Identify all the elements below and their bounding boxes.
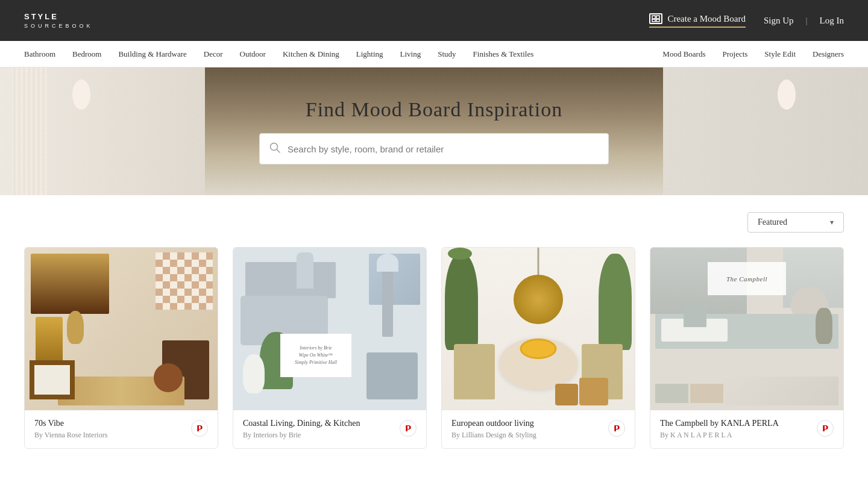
nav-left: Bathroom Bedroom Building & Hardware Dec…: [24, 49, 533, 59]
card-author-1: By Vienna Rose Interiors: [34, 431, 107, 440]
pendant-cord: [538, 248, 539, 278]
swatch-1: [655, 384, 688, 403]
nav-item-bedroom[interactable]: Bedroom: [72, 49, 101, 59]
mood-board-card-2[interactable]: Interiors by Brie Wipe On White™ Simply …: [233, 247, 427, 449]
mood-board-card-1[interactable]: 70s Vibe By Vienna Rose Interiors 𝗣: [24, 247, 218, 449]
nav-item-building-hardware[interactable]: Building & Hardware: [118, 49, 186, 59]
nav-item-projects[interactable]: Projects: [722, 49, 747, 59]
header: STYLE SOURCEBOOK Create a Mood Board Sig…: [0, 0, 868, 41]
hero-content: Find Mood Board Inspiration: [0, 67, 868, 195]
card-text-2: Coastal Living, Dining, & Kitchen By Int…: [243, 419, 360, 440]
sign-up-link[interactable]: Sign Up: [764, 16, 794, 26]
logo[interactable]: STYLE SOURCEBOOK: [24, 11, 93, 30]
card-info-4: The Campbell by KANLA PERLA By K A N L A…: [650, 410, 843, 448]
card-image-3: [442, 248, 635, 410]
search-input[interactable]: [288, 144, 599, 154]
svg-rect-2: [652, 19, 655, 22]
chevron-down-icon: ▾: [830, 218, 834, 227]
basket: [579, 378, 608, 405]
card-author-4: By K A N L A P E R L A: [660, 431, 779, 440]
text-overlay-4: The Campbell: [708, 262, 786, 295]
vase-element-2: [243, 354, 265, 393]
svg-rect-0: [652, 16, 655, 19]
mood-board-icon: [649, 13, 662, 24]
mood-board-grid: 70s Vibe By Vienna Rose Interiors 𝗣: [0, 237, 868, 473]
create-mood-board-link[interactable]: Create a Mood Board: [649, 13, 746, 28]
card-info-2: Coastal Living, Dining, & Kitchen By Int…: [233, 410, 426, 448]
card-title-4: The Campbell by KANLA PERLA: [660, 419, 779, 428]
nav-item-lighting[interactable]: Lighting: [356, 49, 383, 59]
nav-item-living[interactable]: Living: [400, 49, 421, 59]
plant-right: [599, 254, 632, 350]
fruit-bowl: [522, 340, 555, 357]
featured-select[interactable]: Featured ▾: [747, 212, 844, 233]
stone-tile: [725, 377, 838, 405]
stool-element: [154, 363, 183, 392]
faucet-element: [297, 252, 313, 289]
pinterest-button-2[interactable]: 𝗣: [400, 420, 417, 437]
logo-line2: SOURCEBOOK: [24, 22, 93, 30]
svg-rect-3: [656, 19, 659, 22]
chair-left: [454, 344, 495, 399]
counter-element: [245, 262, 336, 298]
header-divider: |: [806, 16, 808, 26]
svg-line-5: [277, 150, 280, 153]
text-overlay-campbell: The Campbell: [726, 275, 767, 283]
nav-item-style-edit[interactable]: Style Edit: [764, 49, 796, 59]
card-title-3: European outdoor living: [451, 419, 536, 428]
collage-2: Interiors by Brie Wipe On White™ Simply …: [233, 248, 426, 410]
card-text-1: 70s Vibe By Vienna Rose Interiors: [34, 419, 107, 440]
lamp-shade-element: [377, 254, 398, 272]
nav-item-kitchen-dining[interactable]: Kitchen & Dining: [283, 49, 339, 59]
card-info-3: European outdoor living By Lillians Desi…: [442, 410, 635, 448]
nav-item-designers[interactable]: Designers: [813, 49, 844, 59]
nav-item-study[interactable]: Study: [438, 49, 456, 59]
pinterest-button-3[interactable]: 𝗣: [608, 420, 625, 437]
card-image-1: [25, 248, 218, 410]
logo-line1: STYLE: [24, 11, 93, 22]
filter-bar: Featured ▾: [0, 195, 868, 237]
hero-section: Find Mood Board Inspiration: [0, 67, 868, 195]
collage-3: [442, 248, 635, 410]
nav-item-decor[interactable]: Decor: [204, 49, 223, 59]
vase-4: [816, 308, 832, 344]
featured-label: Featured: [758, 217, 787, 227]
mood-board-card-3[interactable]: European outdoor living By Lillians Desi…: [441, 247, 635, 449]
nav-item-bathroom[interactable]: Bathroom: [24, 49, 55, 59]
search-bar[interactable]: [259, 133, 609, 164]
pinterest-button-1[interactable]: 𝗣: [191, 420, 208, 437]
card-author-2: By Interiors by Brie: [243, 431, 360, 440]
main-nav: Bathroom Bedroom Building & Hardware Dec…: [0, 41, 868, 67]
nav-item-mood-boards[interactable]: Mood Boards: [662, 49, 705, 59]
card-title-1: 70s Vibe: [34, 419, 107, 428]
text-card-overlay: Interiors by Brie Wipe On White™ Simply …: [280, 334, 351, 377]
header-right: Create a Mood Board Sign Up | Log In: [649, 13, 844, 28]
pinterest-button-4[interactable]: 𝗣: [817, 420, 834, 437]
text-overlay-line2: Wipe On White™: [299, 352, 333, 359]
pendant-lamp: [514, 275, 563, 324]
frame-element: [30, 360, 75, 399]
collage-4: The Campbell: [650, 248, 843, 410]
collage-1: [25, 248, 218, 410]
faucet-4: [684, 303, 706, 327]
card-author-3: By Lillians Design & Styling: [451, 431, 536, 440]
search-icon: [269, 142, 280, 155]
card-title-2: Coastal Living, Dining, & Kitchen: [243, 419, 360, 428]
card-info-1: 70s Vibe By Vienna Rose Interiors 𝗣: [25, 410, 218, 448]
log-in-link[interactable]: Log In: [820, 16, 844, 26]
card-text-3: European outdoor living By Lillians Desi…: [451, 419, 536, 440]
header-links: Sign Up | Log In: [764, 16, 844, 26]
bed-element: [31, 254, 109, 314]
chair-element-2: [366, 352, 418, 399]
card-image-4: The Campbell: [650, 248, 843, 410]
plant-top-left: [448, 248, 472, 260]
tile-element: [156, 252, 213, 310]
swatch-2: [690, 384, 723, 403]
vase-element: [67, 311, 84, 344]
svg-point-4: [271, 143, 278, 151]
nav-item-outdoor[interactable]: Outdoor: [240, 49, 266, 59]
mood-board-card-4[interactable]: The Campbell The Campbel: [650, 247, 844, 449]
nav-item-finishes-textiles[interactable]: Finishes & Textiles: [473, 49, 534, 59]
svg-rect-1: [656, 16, 659, 19]
create-mood-board-label: Create a Mood Board: [667, 14, 746, 24]
